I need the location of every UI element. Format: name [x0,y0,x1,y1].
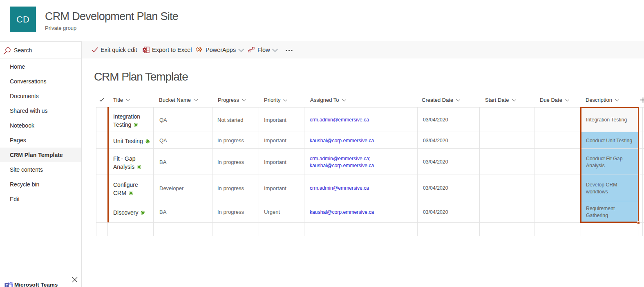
svg-text:T: T [6,283,8,287]
svg-text:X: X [143,48,146,52]
